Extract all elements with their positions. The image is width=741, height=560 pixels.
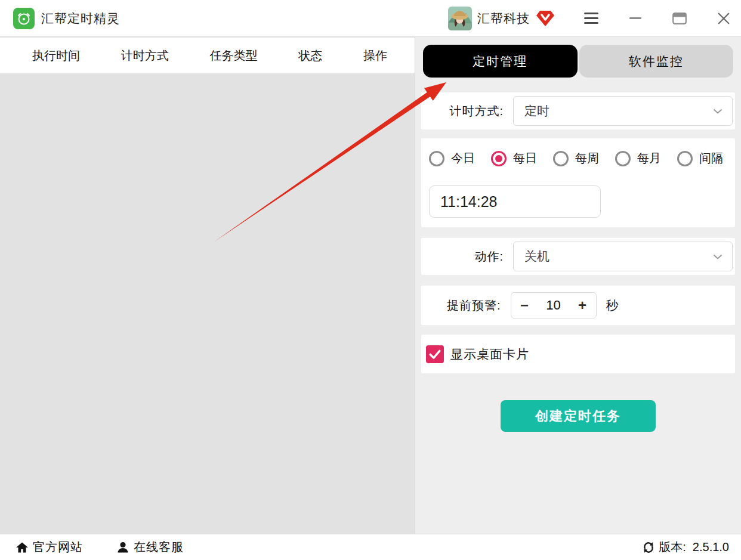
home-icon [16, 542, 29, 553]
action-select[interactable]: 关机 [513, 242, 733, 271]
column-header-status: 状态 [298, 48, 322, 64]
radio-circle-icon [429, 151, 444, 166]
warning-label: 提前预警: [447, 298, 501, 314]
tab-software-monitor[interactable]: 软件监控 [579, 45, 734, 78]
radio-weekly[interactable]: 每周 [553, 150, 599, 166]
action-label: 动作: [421, 249, 504, 265]
chevron-down-icon [713, 109, 723, 114]
schedule-card: 今日 每日 每周 每月 间隔 11:14:2 [421, 138, 735, 227]
increment-button[interactable]: + [569, 293, 596, 318]
radio-today-label: 今日 [451, 150, 475, 166]
online-support-label: 在线客服 [134, 539, 184, 555]
official-website-label: 官方网站 [33, 539, 83, 555]
column-header-exec-time: 执行时间 [32, 48, 80, 64]
warning-row: 提前预警: − 10 + 秒 [421, 286, 735, 325]
maximize-icon [672, 13, 687, 24]
repeat-mode-radio-group: 今日 每日 每周 每月 间隔 [429, 150, 735, 166]
radio-daily[interactable]: 每日 [491, 150, 537, 166]
task-table-panel: 执行时间 计时方式 任务类型 状态 操作 [0, 37, 415, 534]
hamburger-icon [584, 13, 598, 24]
radio-interval-label: 间隔 [699, 150, 723, 166]
radio-weekly-label: 每周 [575, 150, 599, 166]
close-button[interactable] [716, 10, 731, 27]
account-name: 汇帮科技 [477, 10, 530, 27]
timing-method-label: 计时方式: [421, 103, 504, 119]
radio-daily-label: 每日 [513, 150, 537, 166]
column-header-actions: 操作 [363, 48, 387, 64]
action-value: 关机 [524, 248, 713, 265]
online-support-link[interactable]: 在线客服 [116, 539, 184, 555]
title-bar: 汇帮定时精灵 汇帮科技 [0, 0, 741, 37]
desktop-card-row: 显示桌面卡片 [421, 335, 735, 373]
version-area: 版本: 2.5.1.0 [643, 539, 729, 555]
radio-interval[interactable]: 间隔 [677, 150, 723, 166]
window-controls [583, 10, 731, 27]
radio-circle-icon [677, 151, 693, 166]
checkmark-icon [427, 345, 443, 363]
refresh-icon[interactable] [643, 542, 654, 553]
radio-today[interactable]: 今日 [429, 150, 475, 166]
vip-gem-badge-icon[interactable] [535, 9, 555, 28]
minimize-icon [629, 17, 641, 19]
timing-method-row: 计时方式: 定时 [421, 92, 735, 129]
main-content: 执行时间 计时方式 任务类型 状态 操作 定时管理 软件监控 计时方式: 定时 [0, 37, 741, 534]
settings-panel: 定时管理 软件监控 计时方式: 定时 今日 每日 [415, 37, 741, 534]
menu-button[interactable] [583, 10, 599, 27]
support-person-icon [116, 541, 129, 553]
maximize-button[interactable] [672, 10, 687, 27]
action-row: 动作: 关机 [421, 238, 735, 275]
warning-stepper: − 10 + [511, 292, 597, 318]
version-value: 2.5.1.0 [693, 540, 729, 554]
task-table-header: 执行时间 计时方式 任务类型 状态 操作 [0, 38, 415, 73]
official-website-link[interactable]: 官方网站 [16, 539, 83, 555]
app-logo-alarm-clock-icon [13, 8, 35, 29]
warning-seconds-value[interactable]: 10 [538, 298, 569, 313]
column-header-timing-method: 计时方式 [121, 48, 169, 64]
desktop-card-label: 显示桌面卡片 [450, 346, 529, 363]
version-label: 版本: [659, 539, 686, 555]
warning-unit: 秒 [606, 297, 619, 314]
timing-method-value: 定时 [524, 103, 713, 119]
desktop-card-checkbox[interactable] [426, 345, 444, 363]
tab-timer-management[interactable]: 定时管理 [423, 45, 578, 78]
footer-bar: 官方网站 在线客服 版本: 2.5.1.0 [0, 534, 741, 560]
time-input[interactable]: 11:14:28 [429, 185, 601, 218]
radio-circle-icon [553, 151, 569, 166]
radio-circle-icon [615, 151, 631, 166]
app-title: 汇帮定时精灵 [41, 10, 120, 27]
radio-monthly[interactable]: 每月 [615, 150, 661, 166]
radio-monthly-label: 每月 [637, 150, 661, 166]
radio-circle-icon [491, 151, 507, 166]
chevron-down-icon [713, 254, 723, 259]
column-header-task-type: 任务类型 [210, 48, 258, 64]
timing-method-select[interactable]: 定时 [513, 96, 733, 126]
tab-bar: 定时管理 软件监控 [421, 45, 735, 78]
user-avatar[interactable] [448, 7, 472, 30]
close-icon [717, 12, 730, 25]
create-task-button[interactable]: 创建定时任务 [501, 400, 656, 432]
decrement-button[interactable]: − [511, 293, 538, 318]
minimize-button[interactable] [628, 10, 643, 27]
